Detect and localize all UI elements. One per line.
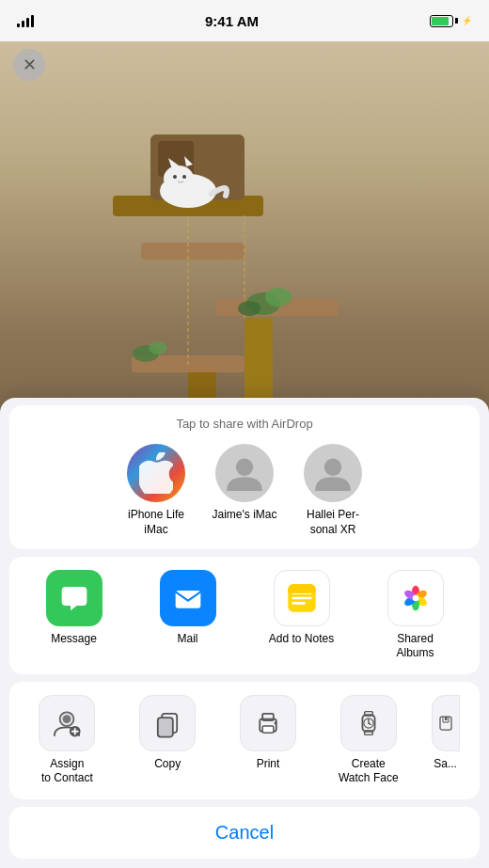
app-row: Message Mail: [17, 570, 472, 661]
close-button[interactable]: ✕: [13, 49, 45, 81]
watch-icon: [354, 708, 384, 738]
svg-rect-31: [292, 602, 306, 605]
status-bar: 9:41 AM ⚡: [0, 0, 489, 41]
apple-logo-icon: [139, 452, 173, 494]
shared-albums-icon: [397, 579, 434, 617]
svg-rect-4: [141, 243, 244, 260]
action-item-assign-contact[interactable]: Assign to Contact: [29, 695, 104, 786]
print-icon-container: [240, 695, 296, 751]
svg-rect-49: [158, 718, 173, 736]
copy-icon-container: [139, 695, 196, 751]
action-item-watch-face[interactable]: Create Watch Face: [331, 695, 406, 786]
action-name-print: Print: [257, 757, 280, 772]
svg-point-41: [412, 594, 418, 601]
person-name-0: iPhone Life iMac: [128, 508, 184, 537]
svg-point-53: [275, 721, 277, 724]
mail-app-icon: [160, 570, 216, 626]
notes-icon: [283, 579, 321, 617]
save-icon-container: [432, 695, 460, 751]
svg-point-11: [164, 166, 194, 192]
app-item-mail[interactable]: Mail: [150, 570, 226, 647]
close-icon: ✕: [23, 56, 37, 73]
signal-bars: [17, 14, 34, 27]
svg-point-17: [265, 288, 292, 307]
photos-app-icon: [387, 570, 444, 626]
svg-rect-33: [288, 589, 315, 593]
mail-icon: [169, 579, 207, 617]
action-name-copy: Copy: [154, 757, 181, 772]
svg-point-15: [182, 175, 186, 179]
airdrop-label: Tap to share with AirDrop: [9, 415, 480, 431]
svg-rect-55: [364, 711, 372, 715]
svg-rect-56: [364, 731, 372, 734]
action-name-assign-contact: Assign to Contact: [41, 757, 93, 786]
app-item-message[interactable]: Message: [37, 570, 112, 647]
svg-point-20: [149, 341, 167, 355]
svg-point-44: [63, 715, 71, 723]
svg-rect-52: [262, 726, 274, 733]
action-name-save: Sa...: [434, 757, 457, 772]
action-item-copy[interactable]: Copy: [130, 695, 205, 772]
person-avatar-1: [215, 444, 274, 502]
actions-section: Assign to Contact Copy: [9, 682, 480, 799]
airdrop-person-2[interactable]: Hallei Per- sonal XR: [300, 444, 366, 537]
airdrop-people: iPhone Life iMac Jaime's iMac: [9, 444, 480, 537]
app-name-message: Message: [51, 632, 97, 647]
notes-app-icon: [274, 570, 330, 626]
status-time: 9:41 AM: [205, 13, 259, 29]
message-icon: [55, 579, 93, 617]
airdrop-section: Tap to share with AirDrop iPhone Life iM…: [9, 405, 480, 548]
action-name-watch-face: Create Watch Face: [339, 757, 399, 786]
app-row-section: Message Mail: [9, 557, 480, 674]
app-name-shared-albums: Shared Albums: [378, 632, 453, 661]
status-left: [17, 14, 34, 27]
app-name-notes: Add to Notes: [269, 632, 334, 647]
app-item-photos[interactable]: Shared Albums: [378, 570, 453, 661]
app-item-notes[interactable]: Add to Notes: [264, 570, 339, 647]
copy-icon: [152, 708, 182, 738]
actions-row: Assign to Contact Copy: [17, 695, 472, 786]
assign-contact-icon: [39, 695, 95, 751]
airdrop-person-1[interactable]: Jaime's iMac: [212, 444, 277, 537]
person-silhouette-icon-2: [313, 453, 353, 493]
watch-face-icon-container: [340, 695, 397, 751]
person-avatar-0: [127, 444, 185, 502]
person-name-2: Hallei Per- sonal XR: [307, 508, 359, 537]
app-name-mail: Mail: [177, 632, 197, 647]
svg-point-18: [238, 301, 260, 316]
cancel-button[interactable]: Cancel: [9, 807, 480, 859]
cancel-section: Cancel: [9, 807, 480, 859]
svg-point-14: [173, 175, 177, 179]
person-avatar-2: [304, 444, 362, 502]
save-icon: [435, 708, 456, 738]
message-app-icon: [46, 570, 103, 626]
share-sheet: Tap to share with AirDrop iPhone Life iM…: [0, 398, 489, 868]
person-name-1: Jaime's iMac: [213, 508, 277, 523]
battery-indicator: ⚡: [430, 15, 472, 27]
svg-point-22: [236, 459, 253, 476]
svg-rect-61: [445, 717, 448, 720]
status-right: ⚡: [430, 15, 472, 27]
svg-point-23: [324, 459, 341, 476]
svg-rect-26: [175, 591, 200, 608]
contact-icon: [52, 708, 82, 738]
person-silhouette-icon-1: [225, 453, 264, 493]
svg-rect-30: [292, 596, 311, 599]
airdrop-person-0[interactable]: iPhone Life iMac: [123, 444, 189, 537]
print-icon: [253, 708, 283, 738]
action-item-print[interactable]: Print: [230, 695, 306, 772]
action-item-save[interactable]: Sa...: [432, 695, 460, 772]
